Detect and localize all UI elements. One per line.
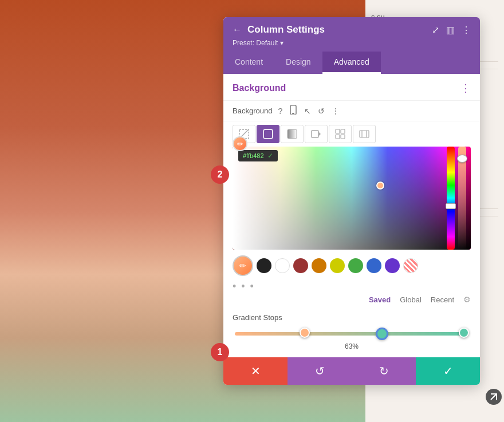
- panel-body: Background ⋮ Background ? ↖ ↺ ⋮: [223, 74, 480, 357]
- more-icon[interactable]: ⋮: [462, 25, 471, 36]
- tab-design[interactable]: Design: [274, 52, 322, 74]
- panel-header-icons: ⤢ ▥ ⋮: [432, 25, 471, 36]
- gradient-stop-2[interactable]: [376, 328, 388, 340]
- tab-content[interactable]: Content: [223, 52, 274, 74]
- column-settings-panel: ← Column Settings ⤢ ▥ ⋮ Preset: Default …: [223, 17, 480, 385]
- bg-type-color[interactable]: [257, 125, 279, 143]
- global-tab[interactable]: Global: [400, 295, 422, 304]
- cursor-icon[interactable]: ↖: [303, 105, 312, 117]
- opacity-slider[interactable]: [458, 147, 466, 250]
- bg-type-video[interactable]: [305, 125, 328, 143]
- svg-rect-1: [292, 113, 294, 114]
- swatch-yellow[interactable]: [330, 258, 345, 273]
- gradient-stop-3[interactable]: [459, 328, 469, 338]
- panel-header: ← Column Settings ⤢ ▥ ⋮ Preset: Default …: [223, 17, 480, 52]
- hex-confirm-icon[interactable]: ✓: [267, 152, 273, 160]
- gradient-track[interactable]: [235, 328, 468, 339]
- reset-icon[interactable]: ↺: [317, 105, 326, 117]
- panel-tabs: Content Design Advanced: [223, 52, 480, 74]
- cancel-button[interactable]: ✕: [223, 357, 288, 385]
- redo-button[interactable]: ↻: [352, 357, 416, 385]
- swatch-blue[interactable]: [367, 258, 381, 273]
- section-header: Background ⋮: [223, 74, 480, 101]
- tab-advanced[interactable]: Advanced: [322, 52, 381, 74]
- help-icon[interactable]: ?: [277, 105, 284, 117]
- svg-rect-9: [336, 129, 340, 133]
- panel-header-top: ← Column Settings ⤢ ▥ ⋮: [233, 24, 471, 36]
- columns-icon[interactable]: ▥: [446, 25, 455, 36]
- bg-type-pattern[interactable]: [329, 125, 352, 143]
- eyedropper-button[interactable]: ✏: [233, 136, 247, 151]
- reset-button[interactable]: ↺: [288, 357, 352, 385]
- section-menu-icon[interactable]: ⋮: [460, 82, 471, 94]
- back-button[interactable]: ←: [233, 25, 242, 35]
- swatch-red[interactable]: [293, 258, 308, 273]
- pencil-icon: ✏: [239, 261, 246, 270]
- recent-tab[interactable]: Recent: [431, 295, 454, 304]
- swatches-row: ✏: [223, 250, 480, 278]
- color-hex-tag: #ffb482 ✓: [238, 150, 278, 161]
- mobile-icon[interactable]: [288, 104, 298, 117]
- color-picker-cursor[interactable]: [376, 182, 384, 190]
- color-picker-area: ✏ #ffb482 ✓: [223, 147, 480, 250]
- diagonal-arrow-badge[interactable]: [486, 389, 502, 405]
- saved-tabs-row: Saved Global Recent ⚙: [223, 293, 480, 309]
- action-bar: ✕ ↺ ↻ ✓: [223, 357, 480, 385]
- more-dots[interactable]: • • •: [223, 278, 480, 293]
- swatch-purple[interactable]: [385, 258, 400, 273]
- bg-label: Background: [233, 107, 272, 115]
- badge-number-2: 2: [211, 165, 229, 184]
- eyedropper-icon: ✏: [237, 140, 243, 148]
- bg-type-gradient[interactable]: [281, 125, 304, 143]
- more-options-icon[interactable]: ⋮: [330, 105, 341, 117]
- panel-title: Column Settings: [247, 24, 325, 36]
- svg-rect-11: [336, 135, 340, 139]
- section-title: Background: [233, 83, 286, 93]
- gradient-stops-section: Gradient Stops 63%: [223, 309, 480, 357]
- swatch-orange[interactable]: [312, 258, 326, 273]
- save-button[interactable]: ✓: [416, 357, 480, 385]
- hue-slider[interactable]: [447, 147, 455, 250]
- active-swatch[interactable]: ✏: [233, 255, 253, 276]
- svg-marker-8: [318, 132, 321, 136]
- white-overlay: [233, 147, 471, 250]
- swatch-green[interactable]: [348, 258, 363, 273]
- swatch-black[interactable]: [257, 258, 271, 273]
- preset-label[interactable]: Preset: Default ▾: [233, 39, 471, 52]
- svg-rect-5: [264, 130, 272, 138]
- active-stop-percent: 63%: [233, 342, 471, 350]
- badge-number-1: 1: [211, 343, 229, 361]
- swatch-striped[interactable]: [403, 258, 418, 273]
- background-toolbar: Background ? ↖ ↺ ⋮: [223, 101, 480, 121]
- svg-rect-6: [288, 129, 297, 139]
- svg-rect-12: [341, 135, 345, 139]
- swatch-white[interactable]: [275, 258, 290, 273]
- hex-value: #ffb482: [243, 152, 264, 159]
- bg-type-row: [223, 121, 480, 147]
- bg-type-mask[interactable]: [353, 125, 376, 143]
- panel-title-group: ← Column Settings: [233, 24, 325, 36]
- gradient-bar: [235, 332, 468, 336]
- hue-thumb[interactable]: [446, 203, 456, 209]
- gradient-stop-1[interactable]: [300, 328, 310, 338]
- gradient-stops-label: Gradient Stops: [233, 313, 471, 322]
- arrow-icon: [490, 393, 498, 401]
- saved-tab[interactable]: Saved: [369, 295, 391, 304]
- saved-settings-icon[interactable]: ⚙: [463, 295, 471, 304]
- svg-rect-10: [341, 129, 345, 133]
- svg-rect-7: [312, 131, 318, 137]
- opacity-thumb[interactable]: [457, 155, 467, 163]
- color-gradient-canvas[interactable]: [233, 147, 471, 250]
- expand-icon[interactable]: ⤢: [432, 25, 439, 36]
- svg-rect-13: [360, 131, 369, 137]
